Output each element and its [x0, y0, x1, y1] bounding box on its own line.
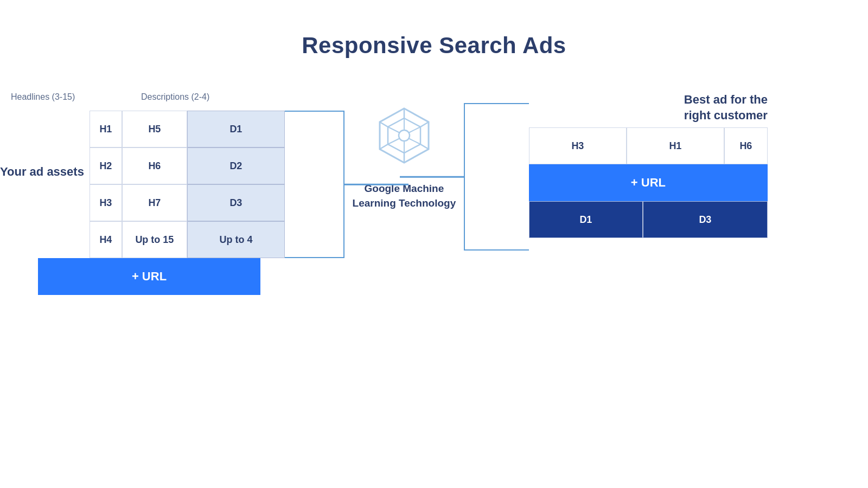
descriptions-label: Descriptions (2-4) [141, 92, 239, 102]
svg-line-14 [388, 127, 400, 133]
h-cell-h4: H4 [90, 221, 122, 258]
svg-line-11 [409, 138, 420, 144]
url-bar-right: + URL [529, 164, 768, 201]
url-bar-left: + URL [38, 258, 260, 295]
h-cell-h5: H5 [122, 111, 187, 147]
ad-assets-section: Headlines (3-15) Descriptions (2-4) Your… [0, 92, 344, 295]
right-h6: H6 [724, 127, 768, 164]
assets-section-label: Your ad assets [0, 165, 84, 179]
d-cell-upto4: Up to 4 [187, 221, 285, 258]
h-cell-h7: H7 [122, 184, 187, 221]
h-cell-h2: H2 [90, 147, 122, 184]
diagram-layout: Headlines (3-15) Descriptions (2-4) Your… [0, 87, 868, 488]
headlines-label: Headlines (3-15) [11, 92, 108, 102]
best-ad-label: Best ad for theright customer [684, 93, 768, 122]
svg-line-7 [380, 122, 388, 127]
ml-label: Google Machine Learning Technology [353, 182, 456, 210]
brain-icon [369, 103, 439, 174]
svg-line-4 [420, 144, 429, 149]
right-h1: H1 [627, 127, 724, 164]
svg-line-3 [420, 122, 429, 127]
right-h3: H3 [529, 127, 627, 164]
h-cell-upto15: Up to 15 [122, 221, 187, 258]
d-cell-d2: D2 [187, 147, 285, 184]
d-cell-d1: D1 [187, 111, 285, 147]
ml-section: Google Machine Learning Technology [344, 103, 464, 210]
svg-line-13 [388, 138, 400, 144]
svg-line-10 [409, 127, 420, 133]
right-d3: D3 [643, 201, 768, 238]
best-ad-section: Best ad for theright customer H3 H1 H6 +… [529, 92, 768, 238]
h-cell-h3: H3 [90, 184, 122, 221]
svg-point-8 [399, 130, 410, 141]
right-d1: D1 [529, 201, 643, 238]
svg-line-6 [380, 144, 388, 149]
d-cell-d3: D3 [187, 184, 285, 221]
h-cell-h1: H1 [90, 111, 122, 147]
page-title: Responsive Search Ads [0, 0, 868, 59]
h-cell-h6: H6 [122, 147, 187, 184]
